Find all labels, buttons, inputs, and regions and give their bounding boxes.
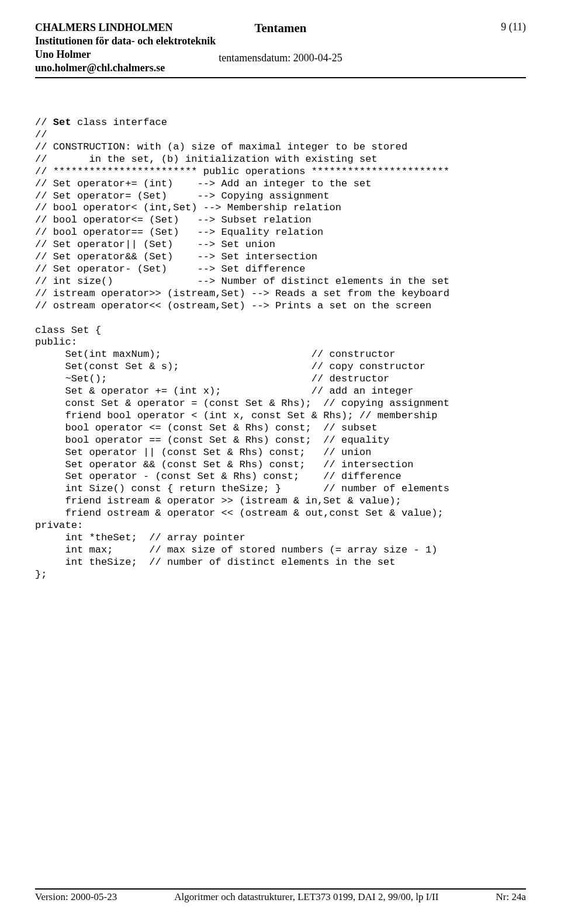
header-center-block: Tentamen tentamensdatum: 2000-04-25: [219, 21, 342, 64]
code-listing: // Set class interface // // CONSTRUCTIO…: [35, 117, 526, 581]
header-rule: [35, 77, 526, 78]
footer-row: Version: 2000-05-23 Algoritmer och datas…: [35, 891, 526, 903]
footer-number: Nr: 24a: [496, 891, 526, 903]
page-header: CHALMERS LINDHOLMEN Institutionen för da…: [35, 21, 526, 82]
footer-rule: [35, 888, 526, 890]
footer-course: Algoritmer och datastrukturer, LET373 01…: [174, 891, 438, 903]
page-footer: Version: 2000-05-23 Algoritmer och datas…: [35, 888, 526, 903]
document-title: Tentamen: [219, 21, 342, 36]
page: CHALMERS LINDHOLMEN Institutionen för da…: [0, 0, 561, 924]
page-number: 9 (11): [501, 21, 526, 33]
exam-date: tentamensdatum: 2000-04-25: [219, 52, 342, 64]
footer-version: Version: 2000-05-23: [35, 891, 117, 903]
